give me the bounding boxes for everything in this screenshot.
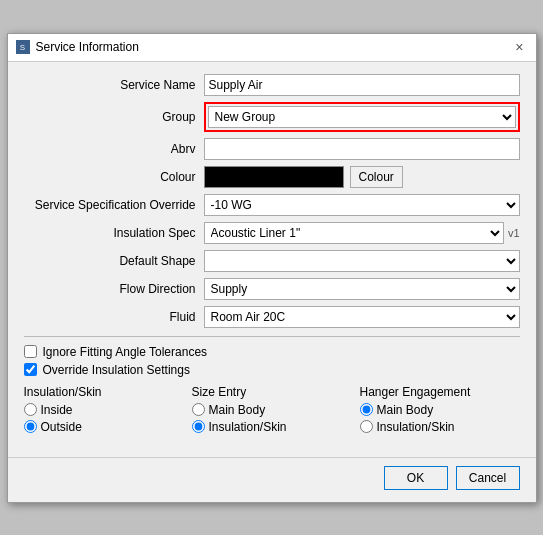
size-main-body-label: Main Body [209,403,266,417]
service-spec-label: Service Specification Override [24,198,204,212]
insulation-skin-group: Insulation/Skin Inside Outside [24,385,184,437]
size-main-body-radio[interactable] [192,403,205,416]
dialog-title: Service Information [36,40,512,54]
service-name-input[interactable] [204,74,520,96]
outside-radio-row: Outside [24,420,184,434]
hanger-main-body-radio-row: Main Body [360,403,520,417]
insulation-spec-label: Insulation Spec [24,226,204,240]
ignore-fitting-row: Ignore Fitting Angle Tolerances [24,345,520,359]
title-bar: S Service Information × [8,34,536,62]
inside-radio[interactable] [24,403,37,416]
group-label: Group [24,110,204,124]
outside-label: Outside [41,420,82,434]
group-select[interactable]: New Group [208,106,516,128]
size-insulation-skin-label: Insulation/Skin [209,420,287,434]
cancel-button[interactable]: Cancel [456,466,520,490]
divider-1 [24,336,520,337]
hanger-main-body-radio[interactable] [360,403,373,416]
hanger-insulation-skin-label: Insulation/Skin [377,420,455,434]
insulation-version-badge: v1 [508,227,520,239]
default-shape-label: Default Shape [24,254,204,268]
colour-row: Colour [204,166,520,188]
flow-direction-select[interactable]: Supply [204,278,520,300]
size-insulation-skin-radio[interactable] [192,420,205,433]
hanger-engagement-group: Hanger Engagement Main Body Insulation/S… [360,385,520,437]
service-name-label: Service Name [24,78,204,92]
dialog-icon-letter: S [20,43,25,52]
override-insulation-checkbox[interactable] [24,363,37,376]
insulation-spec-row: Acoustic Liner 1" v1 [204,222,520,244]
size-entry-group: Size Entry Main Body Insulation/Skin [192,385,352,437]
colour-swatch [204,166,344,188]
size-main-body-radio-row: Main Body [192,403,352,417]
colour-label: Colour [24,170,204,184]
hanger-insulation-skin-radio[interactable] [360,420,373,433]
fluid-select[interactable]: Room Air 20C [204,306,520,328]
ignore-fitting-label: Ignore Fitting Angle Tolerances [43,345,208,359]
service-spec-select[interactable]: -10 WG [204,194,520,216]
close-button[interactable]: × [511,40,527,54]
inside-label: Inside [41,403,73,417]
abrv-input[interactable] [204,138,520,160]
override-insulation-row: Override Insulation Settings [24,363,520,377]
dialog-icon: S [16,40,30,54]
outside-radio[interactable] [24,420,37,433]
form-grid: Service Name Group New Group Abrv Colour… [24,74,520,328]
insulation-skin-title: Insulation/Skin [24,385,184,399]
ignore-fitting-checkbox[interactable] [24,345,37,358]
ok-button[interactable]: OK [384,466,448,490]
group-field-wrapper: New Group [204,102,520,132]
size-entry-title: Size Entry [192,385,352,399]
insulation-spec-select[interactable]: Acoustic Liner 1" [204,222,504,244]
service-information-dialog: S Service Information × Service Name Gro… [7,33,537,503]
abrv-label: Abrv [24,142,204,156]
colour-button[interactable]: Colour [350,166,403,188]
flow-direction-label: Flow Direction [24,282,204,296]
size-insulation-skin-radio-row: Insulation/Skin [192,420,352,434]
bottom-section: Insulation/Skin Inside Outside Size Entr… [24,385,520,437]
override-insulation-label: Override Insulation Settings [43,363,190,377]
hanger-main-body-label: Main Body [377,403,434,417]
button-row: OK Cancel [8,457,536,502]
hanger-engagement-title: Hanger Engagement [360,385,520,399]
dialog-body: Service Name Group New Group Abrv Colour… [8,62,536,449]
inside-radio-row: Inside [24,403,184,417]
default-shape-select[interactable] [204,250,520,272]
hanger-insulation-skin-radio-row: Insulation/Skin [360,420,520,434]
fluid-label: Fluid [24,310,204,324]
